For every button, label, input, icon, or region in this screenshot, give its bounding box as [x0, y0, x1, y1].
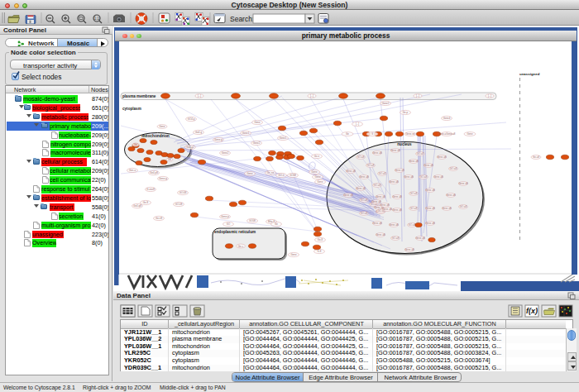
svg-text:GO4-g: GO4-g: [188, 117, 195, 121]
svg-text:Gene-a8: Gene-a8: [382, 208, 392, 211]
svg-text:Gene-a8: Gene-a8: [389, 180, 399, 184]
svg-text:Gene-a8: Gene-a8: [404, 175, 414, 179]
svg-text:Ge4-g: Ge4-g: [195, 131, 202, 134]
svg-text:Gene-a8: Gene-a8: [390, 149, 400, 152]
svg-text:Ge: Ge: [134, 143, 137, 146]
svg-text:Gene: Gene: [159, 125, 165, 128]
svg-text:Gene2: Gene2: [253, 141, 261, 145]
svg-text:Gene-a8: Gene-a8: [395, 169, 404, 172]
svg-text:GO-a8: GO-a8: [392, 237, 400, 240]
svg-text:GO-a8: GO-a8: [460, 205, 467, 208]
svg-text:f(x): f(x): [526, 307, 538, 315]
svg-text:GO-a8: GO-a8: [450, 167, 457, 170]
svg-text:GO-a8: GO-a8: [367, 164, 375, 167]
svg-text:Gene-a8: Gene-a8: [437, 155, 447, 159]
svg-text:Gene-a8: Gene-a8: [404, 248, 414, 251]
svg-text:Gene-a8: Gene-a8: [376, 233, 385, 237]
svg-text:Ge4-g2: Ge4-g2: [186, 146, 194, 149]
svg-text:Ge: Ge: [275, 222, 278, 226]
svg-text:Gene-a8: Gene-a8: [433, 175, 443, 179]
svg-text:Gene-a8: Gene-a8: [442, 207, 452, 210]
svg-text:Gene-a8: Gene-a8: [346, 170, 356, 173]
svg-text:Gene-a8: Gene-a8: [425, 189, 435, 192]
svg-text:GO-a8: GO-a8: [420, 175, 428, 179]
svg-text:Gene-g: Gene-g: [214, 138, 223, 141]
svg-text:GO-a8: GO-a8: [361, 212, 368, 215]
svg-text:Gene: Gene: [311, 170, 317, 174]
svg-text:Ge_ne: Ge_ne: [267, 171, 275, 174]
svg-text:endoplasmic reticulum: endoplasmic reticulum: [214, 230, 256, 234]
svg-text:GO-a8: GO-a8: [410, 207, 418, 210]
svg-text:Ge-a8: Ge-a8: [533, 155, 539, 159]
svg-text:Gene-g: Gene-g: [159, 177, 167, 180]
svg-text:Gene-aGene-a8: Gene-aGene-a8: [438, 132, 456, 136]
svg-text:Gene-a8: Gene-a8: [425, 222, 435, 225]
svg-text:nucleus: nucleus: [397, 142, 412, 146]
svg-text:[...]: [...]: [310, 94, 313, 98]
svg-text:GO-0: GO-0: [278, 174, 284, 177]
svg-text:GO-a8: GO-a8: [417, 152, 424, 155]
svg-text:Gene-a8: Gene-a8: [458, 182, 468, 185]
svg-text:mitochondrion: mitochondrion: [141, 134, 170, 138]
svg-text:Ge-n: Ge-n: [314, 155, 320, 158]
svg-text:Gene-a8: Gene-a8: [371, 200, 381, 203]
svg-text:Gene-a8: Gene-a8: [392, 195, 402, 198]
svg-text:GO-a8: GO-a8: [410, 192, 418, 195]
svg-text:Gene: Gene: [467, 132, 472, 136]
svg-text:Gene: Gene: [254, 121, 260, 124]
svg-text:Gene: Gene: [317, 180, 323, 184]
svg-text:Ge4-p8: Ge4-p8: [150, 171, 158, 174]
svg-text:Gene-a8: Gene-a8: [380, 203, 390, 207]
svg-text:Ge-p: Ge-p: [403, 111, 409, 114]
svg-text:Gene: Gene: [246, 172, 252, 175]
svg-text:GO08: GO08: [249, 219, 256, 222]
svg-text:Ge: Ge: [346, 132, 349, 136]
svg-text:Gene4: Gene4: [443, 117, 451, 120]
svg-text:Gene-a8: Gene-a8: [376, 195, 385, 198]
svg-text:GO-68: GO-68: [179, 191, 187, 194]
svg-text:Gene-a8: Gene-a8: [409, 160, 419, 163]
svg-text:Gene-a8: Gene-a8: [423, 164, 433, 167]
svg-text:unassigned: unassigned: [519, 72, 540, 76]
svg-text:G-ene8: G-ene8: [146, 188, 155, 191]
svg-text:Gene1: Gene1: [280, 136, 287, 140]
svg-text:[...]: [...]: [416, 94, 419, 98]
svg-text:Gene: Gene: [290, 253, 296, 256]
svg-text:1:1: 1:1: [94, 17, 100, 21]
svg-text:GO-a8: GO-a8: [374, 184, 381, 187]
svg-text:Gene-a8: Gene-a8: [392, 208, 402, 212]
svg-text:GO-a8: GO-a8: [361, 198, 368, 202]
svg-text:Gene-a8: Gene-a8: [343, 194, 353, 197]
svg-text:Gene2: Gene2: [382, 102, 390, 105]
svg-text:plasma membrane: plasma membrane: [122, 94, 156, 98]
svg-text:Go-8: Go-8: [318, 238, 323, 241]
svg-text:Gene-a8: Gene-a8: [359, 175, 369, 179]
svg-text:G-8: G-8: [318, 250, 322, 253]
svg-text:[...]: [...]: [356, 122, 359, 126]
svg-text:GO-a8: GO-a8: [357, 155, 365, 159]
svg-text:Gene-a8: Gene-a8: [415, 237, 425, 240]
svg-text:cytoplasm: cytoplasm: [122, 107, 141, 111]
svg-text:Gene-a8: Gene-a8: [372, 151, 382, 155]
svg-text:Gen-a: Gen-a: [129, 169, 136, 172]
svg-text:[...]: [...]: [198, 94, 201, 98]
svg-text:Ge-n8: Ge-n8: [156, 217, 162, 220]
svg-text:Gene-ne: Gene-ne: [405, 132, 415, 136]
svg-text:Gene-a8: Gene-a8: [372, 222, 382, 225]
svg-text:Gene-a8: Gene-a8: [425, 207, 435, 210]
svg-text:[...]: [...]: [488, 94, 491, 98]
svg-text:Ge4-q8: Ge4-q8: [133, 204, 141, 208]
svg-text:GO-a8: GO-a8: [409, 223, 416, 227]
svg-text:Gene-p: Gene-p: [221, 215, 229, 218]
svg-text:Gene-a8: Gene-a8: [389, 223, 399, 227]
svg-text:GO68: GO68: [290, 174, 296, 177]
svg-text:GO-08: GO-08: [175, 203, 183, 206]
svg-text:GO-a8: GO-a8: [379, 172, 386, 175]
svg-text:G8: G8: [168, 158, 171, 161]
svg-text:Gene-a8: Gene-a8: [446, 194, 456, 197]
svg-text:Gene2: Gene2: [222, 151, 229, 155]
svg-text:GO: GO: [227, 222, 231, 226]
svg-text:Gene: Gene: [314, 175, 320, 179]
svg-text:Ge-8: Ge-8: [143, 201, 149, 204]
svg-text:Ge-c: Ge-c: [238, 245, 244, 248]
